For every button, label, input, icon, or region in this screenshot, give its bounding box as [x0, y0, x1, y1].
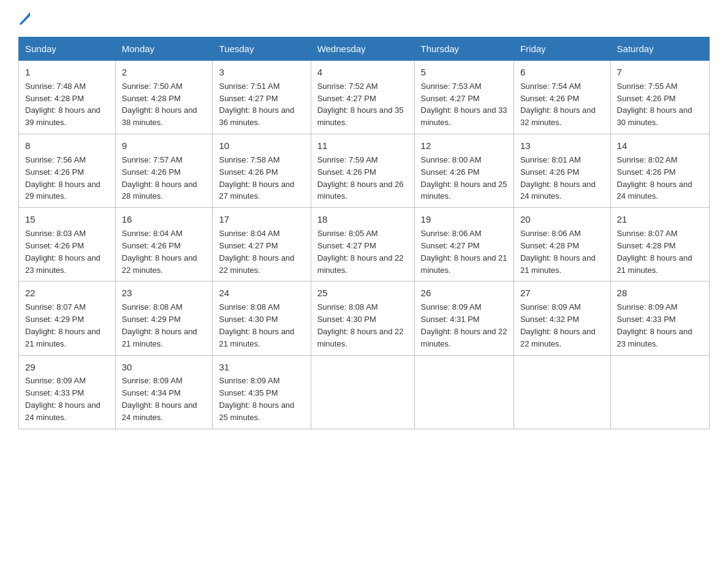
- table-row: 14 Sunrise: 8:02 AMSunset: 4:26 PMDaylig…: [610, 134, 709, 208]
- col-monday: Monday: [115, 37, 213, 61]
- calendar-week-row: 29 Sunrise: 8:09 AMSunset: 4:33 PMDaylig…: [19, 355, 710, 429]
- table-row: 25 Sunrise: 8:08 AMSunset: 4:30 PMDaylig…: [311, 282, 414, 355]
- day-number: 7: [617, 66, 703, 79]
- day-info: Sunrise: 8:09 AMSunset: 4:35 PMDaylight:…: [219, 376, 294, 422]
- day-number: 20: [520, 213, 604, 226]
- day-number: 16: [122, 213, 207, 226]
- table-row: 3 Sunrise: 7:51 AMSunset: 4:27 PMDayligh…: [213, 61, 311, 134]
- col-sunday: Sunday: [19, 37, 116, 61]
- day-number: 14: [617, 139, 703, 153]
- col-tuesday: Tuesday: [213, 37, 311, 61]
- table-row: 8 Sunrise: 7:56 AMSunset: 4:26 PMDayligh…: [19, 134, 116, 208]
- day-info: Sunrise: 7:50 AMSunset: 4:28 PMDaylight:…: [122, 82, 197, 128]
- day-number: 13: [520, 139, 604, 153]
- day-info: Sunrise: 8:04 AMSunset: 4:27 PMDaylight:…: [219, 229, 294, 275]
- day-number: 10: [219, 139, 304, 153]
- calendar-week-row: 15 Sunrise: 8:03 AMSunset: 4:26 PMDaylig…: [19, 208, 710, 282]
- table-row: 27 Sunrise: 8:09 AMSunset: 4:32 PMDaylig…: [514, 282, 610, 355]
- day-number: 29: [25, 361, 109, 374]
- day-number: 9: [122, 139, 207, 153]
- table-row: 23 Sunrise: 8:08 AMSunset: 4:29 PMDaylig…: [115, 282, 213, 355]
- table-row: 1 Sunrise: 7:48 AMSunset: 4:28 PMDayligh…: [19, 61, 116, 134]
- table-row: [610, 355, 709, 429]
- day-info: Sunrise: 7:57 AMSunset: 4:26 PMDaylight:…: [122, 155, 197, 201]
- table-row: 21 Sunrise: 8:07 AMSunset: 4:28 PMDaylig…: [610, 208, 709, 282]
- day-number: 17: [219, 213, 304, 226]
- table-row: [414, 355, 514, 429]
- day-number: 31: [219, 361, 304, 374]
- day-number: 11: [317, 139, 408, 153]
- table-row: 20 Sunrise: 8:06 AMSunset: 4:28 PMDaylig…: [514, 208, 610, 282]
- day-info: Sunrise: 8:04 AMSunset: 4:26 PMDaylight:…: [122, 229, 197, 275]
- day-info: Sunrise: 8:09 AMSunset: 4:33 PMDaylight:…: [617, 302, 692, 348]
- table-row: 2 Sunrise: 7:50 AMSunset: 4:28 PMDayligh…: [115, 61, 213, 134]
- day-number: 3: [219, 66, 304, 79]
- col-friday: Friday: [514, 37, 610, 61]
- day-number: 27: [520, 286, 604, 300]
- day-info: Sunrise: 8:09 AMSunset: 4:33 PMDaylight:…: [25, 376, 100, 422]
- day-number: 19: [421, 213, 507, 226]
- day-number: 8: [25, 139, 109, 153]
- table-row: 12 Sunrise: 8:00 AMSunset: 4:26 PMDaylig…: [414, 134, 514, 208]
- table-row: 6 Sunrise: 7:54 AMSunset: 4:26 PMDayligh…: [514, 61, 610, 134]
- day-info: Sunrise: 7:48 AMSunset: 4:28 PMDaylight:…: [25, 82, 100, 128]
- table-row: 4 Sunrise: 7:52 AMSunset: 4:27 PMDayligh…: [311, 61, 414, 134]
- table-row: 9 Sunrise: 7:57 AMSunset: 4:26 PMDayligh…: [115, 134, 213, 208]
- day-info: Sunrise: 8:02 AMSunset: 4:26 PMDaylight:…: [617, 155, 692, 201]
- day-info: Sunrise: 7:53 AMSunset: 4:27 PMDaylight:…: [421, 82, 507, 128]
- col-thursday: Thursday: [414, 37, 514, 61]
- day-number: 15: [25, 213, 109, 226]
- day-number: 4: [317, 66, 408, 79]
- calendar-week-row: 8 Sunrise: 7:56 AMSunset: 4:26 PMDayligh…: [19, 134, 710, 208]
- day-number: 18: [317, 213, 408, 226]
- table-row: 7 Sunrise: 7:55 AMSunset: 4:26 PMDayligh…: [610, 61, 709, 134]
- day-number: 22: [25, 286, 109, 300]
- day-number: 24: [219, 286, 304, 300]
- day-info: Sunrise: 8:08 AMSunset: 4:30 PMDaylight:…: [219, 302, 294, 348]
- day-info: Sunrise: 7:51 AMSunset: 4:27 PMDaylight:…: [219, 82, 294, 128]
- table-row: 29 Sunrise: 8:09 AMSunset: 4:33 PMDaylig…: [19, 355, 116, 429]
- table-row: 13 Sunrise: 8:01 AMSunset: 4:26 PMDaylig…: [514, 134, 610, 208]
- day-number: 23: [122, 286, 207, 300]
- day-number: 25: [317, 286, 408, 300]
- table-row: 5 Sunrise: 7:53 AMSunset: 4:27 PMDayligh…: [414, 61, 514, 134]
- col-saturday: Saturday: [610, 37, 709, 61]
- day-info: Sunrise: 7:54 AMSunset: 4:26 PMDaylight:…: [520, 82, 596, 128]
- day-info: Sunrise: 8:07 AMSunset: 4:28 PMDaylight:…: [617, 229, 692, 275]
- day-info: Sunrise: 8:06 AMSunset: 4:27 PMDaylight:…: [421, 229, 507, 275]
- day-number: 5: [421, 66, 507, 79]
- day-info: Sunrise: 7:55 AMSunset: 4:26 PMDaylight:…: [617, 82, 692, 128]
- day-info: Sunrise: 8:09 AMSunset: 4:32 PMDaylight:…: [520, 302, 596, 348]
- table-row: [311, 355, 414, 429]
- calendar-table: Sunday Monday Tuesday Wednesday Thursday…: [18, 37, 710, 429]
- table-row: 26 Sunrise: 8:09 AMSunset: 4:31 PMDaylig…: [414, 282, 514, 355]
- table-row: 11 Sunrise: 7:59 AMSunset: 4:26 PMDaylig…: [311, 134, 414, 208]
- calendar-week-row: 1 Sunrise: 7:48 AMSunset: 4:28 PMDayligh…: [19, 61, 710, 134]
- page-header: [18, 12, 710, 25]
- table-row: 18 Sunrise: 8:05 AMSunset: 4:27 PMDaylig…: [311, 208, 414, 282]
- table-row: 24 Sunrise: 8:08 AMSunset: 4:30 PMDaylig…: [213, 282, 311, 355]
- table-row: [514, 355, 610, 429]
- day-info: Sunrise: 7:52 AMSunset: 4:27 PMDaylight:…: [317, 82, 404, 128]
- table-row: 10 Sunrise: 7:58 AMSunset: 4:26 PMDaylig…: [213, 134, 311, 208]
- day-info: Sunrise: 7:56 AMSunset: 4:26 PMDaylight:…: [25, 155, 100, 201]
- day-info: Sunrise: 8:08 AMSunset: 4:29 PMDaylight:…: [122, 302, 197, 348]
- day-number: 21: [617, 213, 703, 226]
- table-row: 15 Sunrise: 8:03 AMSunset: 4:26 PMDaylig…: [19, 208, 116, 282]
- day-info: Sunrise: 7:58 AMSunset: 4:26 PMDaylight:…: [219, 155, 294, 201]
- calendar-week-row: 22 Sunrise: 8:07 AMSunset: 4:29 PMDaylig…: [19, 282, 710, 355]
- table-row: 17 Sunrise: 8:04 AMSunset: 4:27 PMDaylig…: [213, 208, 311, 282]
- day-info: Sunrise: 8:03 AMSunset: 4:26 PMDaylight:…: [25, 229, 100, 275]
- col-wednesday: Wednesday: [311, 37, 414, 61]
- day-info: Sunrise: 8:07 AMSunset: 4:29 PMDaylight:…: [25, 302, 100, 348]
- day-number: 12: [421, 139, 507, 153]
- table-row: 28 Sunrise: 8:09 AMSunset: 4:33 PMDaylig…: [610, 282, 709, 355]
- table-row: 16 Sunrise: 8:04 AMSunset: 4:26 PMDaylig…: [115, 208, 213, 282]
- calendar-header: Sunday Monday Tuesday Wednesday Thursday…: [19, 37, 710, 61]
- day-info: Sunrise: 8:08 AMSunset: 4:30 PMDaylight:…: [317, 302, 404, 348]
- table-row: 31 Sunrise: 8:09 AMSunset: 4:35 PMDaylig…: [213, 355, 311, 429]
- day-number: 26: [421, 286, 507, 300]
- day-info: Sunrise: 7:59 AMSunset: 4:26 PMDaylight:…: [317, 155, 404, 201]
- day-info: Sunrise: 8:05 AMSunset: 4:27 PMDaylight:…: [317, 229, 404, 275]
- day-info: Sunrise: 8:01 AMSunset: 4:26 PMDaylight:…: [520, 155, 596, 201]
